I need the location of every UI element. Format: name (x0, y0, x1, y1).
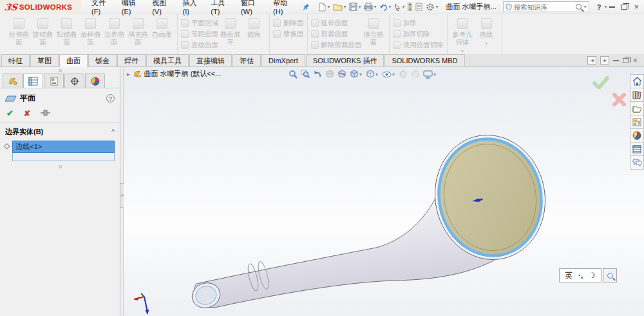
select-arrow-icon[interactable]: ▾ (393, 2, 406, 12)
boundary-entities-section[interactable]: 边界实体(B) ^ (0, 123, 120, 139)
search-icon[interactable] (576, 4, 582, 10)
configuration-manager-tab[interactable] (44, 74, 64, 88)
search-input[interactable] (514, 3, 574, 11)
tab-mold-tools[interactable]: 模具工具 (146, 54, 189, 66)
forum-icon[interactable] (630, 155, 644, 170)
reference-geometry-button[interactable]: 参考几何体▾ (451, 16, 475, 55)
filled-surface-button[interactable]: 填充曲面 (126, 16, 150, 46)
planar-surface-button[interactable]: 平面区域 (181, 19, 218, 28)
view-orientation-caret-icon[interactable]: ▾ (359, 72, 362, 77)
undo-icon[interactable]: ▾ (378, 2, 392, 12)
selection-box[interactable]: 边线<1> (12, 141, 115, 161)
close-button[interactable]: × (634, 4, 639, 10)
ime-search-button[interactable] (603, 268, 617, 282)
options-caret-icon[interactable]: ▾ (435, 4, 438, 10)
save-icon[interactable]: ▾ (348, 1, 362, 12)
hide-show-caret-icon[interactable]: ▾ (392, 72, 395, 77)
selected-edge-item[interactable]: 边线<1> (12, 141, 115, 153)
feature-manager-tab[interactable] (3, 74, 23, 88)
view-settings-caret-icon[interactable]: ▾ (433, 72, 436, 77)
tab-scroll-right-icon[interactable]: ▸ (600, 56, 609, 64)
zoom-fit-icon[interactable] (288, 69, 298, 79)
lofted-surface-button[interactable]: 放样曲面 (79, 16, 102, 46)
selection-box-empty[interactable] (12, 153, 115, 161)
section-tool-icon[interactable] (337, 69, 347, 79)
previous-view-icon[interactable] (312, 69, 323, 79)
hide-show-items-icon[interactable]: ▾ (381, 70, 396, 79)
home-icon[interactable] (630, 74, 644, 88)
breadcrumb-text[interactable]: 曲面 水嘴手柄 (默认<<... (144, 69, 222, 79)
trim-surface-button[interactable]: 剪裁曲面 (311, 30, 362, 39)
tab-features[interactable]: 特征 (1, 54, 30, 66)
tab-scroll-left-icon[interactable]: ◂ (587, 56, 596, 64)
untrim-surface-button[interactable]: 解除剪裁曲面 (311, 41, 362, 50)
extruded-surface-button[interactable]: 拉伸曲面 (7, 16, 31, 46)
ruled-surface-button[interactable]: 直纹曲面 (181, 41, 218, 50)
select-caret-icon[interactable]: ▾ (402, 4, 404, 10)
display-style-icon[interactable]: ▾ (365, 69, 379, 79)
view-settings-icon[interactable]: ▾ (422, 70, 437, 79)
minimize-button[interactable] (609, 6, 615, 8)
doc-minimize-button[interactable] (613, 60, 619, 61)
display-manager-tab[interactable] (85, 74, 105, 88)
tab-weldments[interactable]: 焊件 (117, 54, 146, 66)
flatten-surface-button[interactable]: 曲面展平 (218, 16, 242, 46)
ime-status-box[interactable]: 英 ·, ☽ (559, 268, 601, 282)
tree-expand-icon[interactable]: ▸ (127, 71, 130, 77)
rebuild-icon[interactable] (406, 1, 413, 12)
new-document-icon[interactable]: ▾ (317, 1, 331, 13)
confirm-cancel-icon[interactable] (612, 93, 626, 108)
view-orientation-icon[interactable]: ▾ (349, 69, 363, 79)
boundary-surface-button[interactable]: 边界曲面 (102, 16, 126, 46)
open-icon[interactable]: ▾ (332, 1, 347, 12)
tab-evaluate[interactable]: 评估 (232, 54, 261, 66)
extend-surface-button[interactable]: 延伸曲面 (311, 19, 362, 28)
help-caret-icon[interactable]: ▾ (604, 4, 607, 10)
save-caret-icon[interactable]: ▾ (358, 4, 361, 10)
knowledge-search-box[interactable]: ▾ (503, 1, 589, 12)
panel-resize-grip[interactable] (0, 67, 120, 74)
curves-caret-icon[interactable]: ▾ (485, 40, 488, 48)
ime-fullwidth-moon-icon[interactable]: ☽ (589, 271, 596, 280)
tab-sw-mbd[interactable]: SOLIDWORKS MBD (384, 54, 464, 66)
search-caret-icon[interactable]: ▾ (584, 4, 587, 10)
display-style-caret-icon[interactable]: ▾ (375, 72, 378, 77)
tab-direct-editing[interactable]: 直接编辑 (189, 54, 232, 66)
confirm-ok-icon[interactable] (592, 76, 609, 90)
appearances-icon[interactable] (630, 128, 644, 143)
tab-sketch[interactable]: 草图 (30, 54, 59, 66)
thickened-cut-button[interactable]: 加厚切除 (393, 30, 444, 39)
edit-appearance-icon[interactable] (398, 69, 408, 79)
file-explorer-icon[interactable] (630, 101, 644, 115)
panel-section-grip[interactable] (0, 165, 120, 168)
help-icon[interactable]: ? (106, 94, 115, 103)
property-manager-tab[interactable] (23, 74, 43, 88)
graphics-viewport[interactable]: ▸ 曲面 水嘴手柄 (默认<<... ▾ ▾ ▾ ▾ (124, 67, 644, 316)
tab-sheet-metal[interactable]: 钣金 (88, 54, 117, 66)
file-properties-icon[interactable] (414, 1, 424, 12)
revolved-surface-button[interactable]: 旋转曲面 (31, 16, 55, 46)
cancel-button[interactable]: ✘ (24, 109, 30, 118)
ok-button[interactable]: ✔ (6, 108, 14, 118)
replace-face-button[interactable]: 替换面 (273, 30, 304, 39)
help-button[interactable]: ? (594, 3, 604, 11)
apply-scene-icon[interactable] (410, 69, 421, 79)
doc-restore-button[interactable] (623, 58, 629, 63)
doc-close-button[interactable]: × (632, 57, 638, 64)
restore-button[interactable] (621, 5, 627, 10)
options-gear-icon[interactable]: ▾ (424, 1, 439, 13)
offset-surface-button[interactable]: 等距曲面 (181, 30, 218, 39)
delete-face-button[interactable]: 删除面 (273, 19, 304, 28)
fillet-button[interactable]: 圆角 (242, 16, 266, 38)
ime-punctuation-icon[interactable]: ·, (578, 271, 583, 280)
collapse-chevron-icon[interactable]: ^ (111, 128, 115, 135)
thicken-button[interactable]: 加厚 (393, 19, 444, 28)
custom-properties-icon[interactable] (630, 142, 644, 156)
zoom-area-icon[interactable] (300, 69, 310, 79)
curves-button[interactable]: 曲线▾ (475, 16, 498, 48)
dimxpert-manager-tab[interactable] (64, 74, 84, 88)
freeform-button[interactable]: 自由形 (150, 16, 174, 38)
print-icon[interactable]: ▾ (363, 1, 377, 12)
pin-menu-icon[interactable] (301, 2, 310, 12)
tab-sw-addins[interactable]: SOLIDWORKS 插件 (306, 54, 384, 66)
